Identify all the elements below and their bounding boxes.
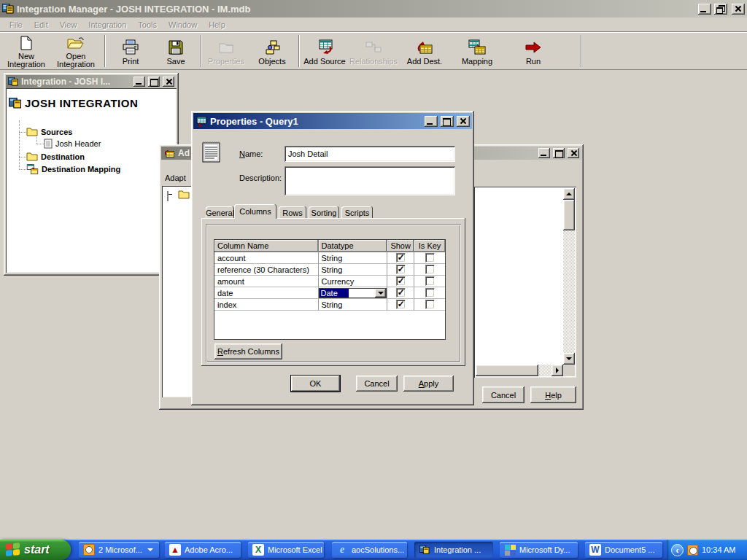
apply-button[interactable]: Apply xyxy=(403,376,454,392)
is-key-checkbox[interactable] xyxy=(425,265,435,274)
cell-column-name[interactable]: index xyxy=(214,299,319,311)
minimize-button[interactable] xyxy=(698,4,711,15)
save-icon xyxy=(169,39,183,56)
tray-chevron-icon[interactable]: ‹ xyxy=(671,544,684,556)
taskbar-button-document5[interactable]: W Document5 ... xyxy=(585,542,662,558)
table-row[interactable]: index String xyxy=(214,299,445,311)
tab-scripts[interactable]: Scripts xyxy=(341,206,373,219)
tray-clock-icon[interactable] xyxy=(687,545,698,556)
close-button[interactable] xyxy=(732,4,745,15)
refresh-columns-button[interactable]: Refresh Columns xyxy=(214,343,282,359)
menu-view[interactable]: View xyxy=(54,19,83,31)
show-checkbox[interactable] xyxy=(396,253,406,262)
table-row[interactable]: reference (30 Characters) String xyxy=(214,264,445,276)
show-checkbox[interactable] xyxy=(396,300,406,309)
vertical-scrollbar[interactable] xyxy=(563,188,575,365)
taskbar-button-excel[interactable]: X Microsoft Excel xyxy=(248,542,324,558)
add-source-button[interactable]: Add Source xyxy=(302,34,347,69)
run-button[interactable]: Run xyxy=(512,34,554,69)
taskbar-button-aocsolutions[interactable]: e aocSolutions... xyxy=(332,542,407,558)
tree-close-button[interactable] xyxy=(163,77,174,87)
start-button[interactable]: start xyxy=(0,540,71,560)
table-row[interactable]: amount Currency xyxy=(214,276,445,287)
header-show[interactable]: Show xyxy=(387,240,414,252)
tab-general[interactable]: General xyxy=(206,206,234,219)
mapping-button[interactable]: Mapping xyxy=(454,34,500,69)
scroll-right-button[interactable] xyxy=(551,365,563,376)
datatype-combobox[interactable]: Date xyxy=(319,288,387,298)
is-key-checkbox[interactable] xyxy=(425,288,435,298)
tree-item-destination[interactable]: Destination xyxy=(26,152,85,161)
objects-button[interactable]: Objects xyxy=(248,34,296,69)
tab-columns[interactable]: Columns xyxy=(234,204,276,219)
menu-edit[interactable]: Edit xyxy=(28,19,54,31)
adapter-minimize-button[interactable] xyxy=(538,148,550,158)
dialog-close-button[interactable] xyxy=(457,116,470,127)
menu-tools[interactable]: Tools xyxy=(132,19,163,31)
cell-is-key xyxy=(414,276,445,287)
tree-item-destination-mapping[interactable]: Destination Mapping xyxy=(26,164,120,174)
tree-expand-box[interactable] xyxy=(167,191,169,201)
tree-root-item[interactable]: JOSH INTEGRATION xyxy=(9,97,138,109)
adapter-maximize-button[interactable] xyxy=(553,148,565,158)
header-is-key[interactable]: Is Key xyxy=(414,240,445,252)
is-key-checkbox[interactable] xyxy=(425,300,435,309)
tab-rows[interactable]: Rows xyxy=(279,206,306,219)
word-icon: W xyxy=(589,544,601,556)
header-datatype[interactable]: Datatype xyxy=(319,240,388,252)
save-button[interactable]: Save xyxy=(153,34,198,69)
show-checkbox[interactable] xyxy=(396,265,406,274)
header-column-name[interactable]: Column Name xyxy=(214,240,319,252)
adapter-close-button[interactable] xyxy=(568,148,579,158)
cell-datatype[interactable]: String xyxy=(319,299,388,311)
dialog-minimize-button[interactable] xyxy=(425,116,438,127)
tree-minimize-button[interactable] xyxy=(133,77,145,87)
add-dest-button[interactable]: Add Dest. xyxy=(403,34,446,69)
tree-item-sources[interactable]: Sources xyxy=(26,127,72,136)
is-key-checkbox[interactable] xyxy=(425,253,435,262)
menu-help[interactable]: Help xyxy=(203,19,231,31)
dialog-maximize-button[interactable] xyxy=(441,116,454,127)
name-input[interactable] xyxy=(285,146,455,162)
cell-column-name[interactable]: date xyxy=(214,287,319,299)
taskbar-button-dynamics[interactable]: Microsoft Dy... xyxy=(500,542,578,558)
show-checkbox[interactable] xyxy=(396,276,406,286)
scroll-down-button[interactable] xyxy=(563,353,575,365)
adapter-cancel-button[interactable]: Cancel xyxy=(482,386,525,403)
scroll-up-button[interactable] xyxy=(563,188,575,200)
horizontal-scrollbar[interactable] xyxy=(476,365,563,376)
combobox-dropdown-button[interactable] xyxy=(375,289,386,298)
taskbar-button-integration[interactable]: Integration ... xyxy=(414,542,493,558)
tree-item-josh-header[interactable]: Josh Header xyxy=(44,139,101,149)
toolbar: New Integration Open Integration Print S… xyxy=(0,32,747,70)
dialog-title-bar: Properties - Query1 xyxy=(193,113,472,129)
print-button[interactable]: Print xyxy=(108,34,153,69)
table-row-editing[interactable]: date Date xyxy=(214,287,445,299)
new-integration-button[interactable]: New Integration xyxy=(3,34,50,69)
restore-button[interactable] xyxy=(714,4,727,15)
adapter-help-button[interactable]: Help xyxy=(530,386,576,403)
open-integration-button[interactable]: Open Integration xyxy=(50,34,102,69)
tab-sorting[interactable]: Sorting xyxy=(309,206,339,219)
cell-datatype[interactable]: String xyxy=(319,252,388,264)
list-content[interactable] xyxy=(476,188,563,365)
scrollbar-thumb[interactable] xyxy=(476,365,538,376)
menu-file[interactable]: File xyxy=(4,19,28,31)
description-field[interactable] xyxy=(285,166,455,195)
cell-datatype[interactable]: String xyxy=(319,264,388,276)
table-row[interactable]: account String xyxy=(214,252,445,264)
cell-datatype[interactable]: Currency xyxy=(319,276,388,287)
taskbar-button-adobe[interactable]: ▲ Adobe Acro... xyxy=(165,542,241,558)
cell-column-name[interactable]: amount xyxy=(214,276,319,287)
taskbar-button-microsoft-group[interactable]: 2 Microsof... xyxy=(79,542,159,558)
menu-integration[interactable]: Integration xyxy=(82,19,132,31)
show-checkbox[interactable] xyxy=(396,288,406,298)
ok-button[interactable]: OK xyxy=(291,376,340,392)
tree-maximize-button[interactable] xyxy=(148,77,160,87)
menu-window[interactable]: Window xyxy=(163,19,203,31)
cancel-button[interactable]: Cancel xyxy=(356,376,398,392)
cell-column-name[interactable]: account xyxy=(214,252,319,264)
scrollbar-thumb[interactable] xyxy=(563,200,575,230)
cell-column-name[interactable]: reference (30 Characters) xyxy=(214,264,319,276)
is-key-checkbox[interactable] xyxy=(425,276,435,286)
